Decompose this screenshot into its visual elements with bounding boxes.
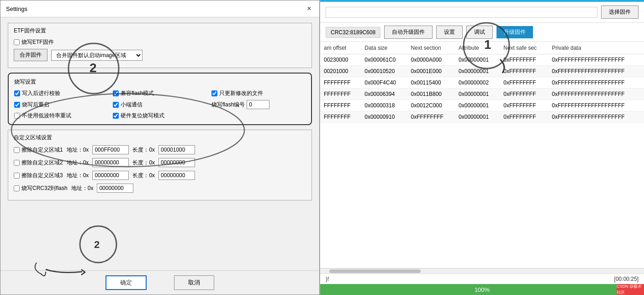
table-cell: 0xFFFFFFFFFFFFFFFFFFFF bbox=[548, 100, 644, 111]
flash-number-label: 烧写flash编号 bbox=[211, 101, 245, 109]
file-path-input[interactable]: esktop\xr_system.img bbox=[326, 7, 597, 18]
table-container: am offset Data size Next section Attribu… bbox=[320, 42, 644, 268]
burn-section-title: 烧写设置 bbox=[14, 78, 306, 86]
table-row: FFFFFFFF0x000063940x0011B8000x000000010x… bbox=[320, 89, 644, 100]
custom-section-title: 自定义区域设置 bbox=[14, 134, 306, 142]
table-cell: 0x00000001 bbox=[455, 66, 500, 77]
etf-section-title: ETF固件设置 bbox=[14, 27, 306, 35]
upgrade-button[interactable]: 升级固件 bbox=[496, 26, 533, 38]
little-endian-checkbox[interactable] bbox=[113, 102, 119, 108]
scrollbar-area[interactable] bbox=[320, 268, 644, 274]
crc-badge: CRC32:8189C608 bbox=[326, 27, 380, 38]
verify-checkbox-label[interactable]: 写入后进行校验 bbox=[14, 90, 108, 97]
table-cell: FFFFFFFF bbox=[320, 89, 361, 100]
len3-input[interactable] bbox=[158, 171, 195, 180]
table-cell: 0x00000001 bbox=[455, 100, 500, 111]
dialog-titlebar: Settings × bbox=[0, 0, 319, 17]
crc32-checkbox-label[interactable]: 烧写CRC32到flash bbox=[14, 184, 68, 192]
verify-checkbox[interactable] bbox=[14, 90, 20, 96]
table-header-row: am offset Data size Next section Attribu… bbox=[320, 42, 644, 54]
col-next-section: Next section bbox=[407, 42, 455, 54]
table-cell: 00201000 bbox=[320, 66, 361, 77]
reboot-checkbox[interactable] bbox=[14, 102, 20, 108]
table-cell: 00230000 bbox=[320, 54, 361, 66]
table-cell: 0xFFFFFFFFFFFFFFFFFFFF bbox=[548, 89, 644, 100]
reboot-checkbox-label[interactable]: 烧写后重启 bbox=[14, 100, 108, 109]
table-cell: 0x00000910 bbox=[361, 111, 407, 123]
table-cell: 0x0000A000 bbox=[407, 54, 455, 66]
update-modified-checkbox-label[interactable]: 只更新修改的文件 bbox=[211, 90, 306, 97]
addr3-input[interactable] bbox=[92, 171, 129, 180]
table-cell: 0x0001E000 bbox=[407, 66, 455, 77]
update-modified-checkbox[interactable] bbox=[211, 90, 217, 96]
hw-reset-checkbox[interactable] bbox=[113, 113, 119, 119]
burn-section: 烧写设置 写入后进行校验 兼容flash模式 只更新修改的文件 烧写后重启 bbox=[8, 73, 312, 125]
etf-section: ETF固件设置 烧写ETF固件 合并固件 合并固件默认启动image区域 bbox=[8, 23, 312, 68]
merge-default-select[interactable]: 合并固件默认启动image区域 bbox=[51, 50, 143, 61]
table-row: FFFFFFFF0x000009100xFFFFFFFF0x000000010x… bbox=[320, 111, 644, 123]
table-cell: 0x00000002 bbox=[455, 77, 500, 89]
settings-button[interactable]: 设置 bbox=[436, 26, 463, 39]
flash-number-row: 烧写flash编号 0 bbox=[211, 100, 306, 109]
no-retry-checkbox[interactable] bbox=[14, 113, 20, 119]
custom-section: 自定义区域设置 擦除自定义区域1 地址：0x 长度：0x 擦除自定义区域2 地址… bbox=[8, 130, 312, 200]
update-modified-label: 只更新修改的文件 bbox=[219, 90, 263, 97]
table-cell: 0x000F4C40 bbox=[361, 77, 407, 89]
col-am-offset: am offset bbox=[320, 42, 361, 54]
dialog-title: Settings bbox=[6, 5, 27, 12]
addr1-input[interactable] bbox=[92, 145, 129, 154]
etf-burn-row: 烧写ETF固件 bbox=[14, 38, 306, 46]
len2-input[interactable] bbox=[158, 158, 195, 167]
table-cell: 0xFFFFFFFF bbox=[500, 77, 548, 89]
table-cell: 0xFFFFFFFF bbox=[407, 111, 455, 123]
merge-firmware-button[interactable]: 合并固件 bbox=[14, 49, 48, 61]
cancel-button[interactable]: 取消 bbox=[174, 275, 214, 290]
scrollbar-thumb[interactable] bbox=[329, 269, 421, 273]
crc32-addr-label: 地址：0x bbox=[71, 184, 94, 192]
len2-label: 长度：0x bbox=[132, 159, 155, 167]
etf-merge-row: 合并固件 合并固件默认启动image区域 bbox=[14, 49, 306, 61]
erase-region1-checkbox[interactable] bbox=[14, 147, 20, 153]
len3-label: 长度：0x bbox=[132, 172, 155, 179]
crc32-row: 烧写CRC32到flash 地址：0x bbox=[14, 184, 306, 193]
select-firmware-button[interactable]: 选择固件 bbox=[601, 5, 639, 19]
compat-flash-checkbox-label[interactable]: 兼容flash模式 bbox=[113, 90, 207, 97]
erase-region1-label[interactable]: 擦除自定义区域1 bbox=[14, 146, 63, 154]
col-data-size: Data size bbox=[361, 42, 407, 54]
table-row: 002300000x000061C00x0000A0000x000000010x… bbox=[320, 54, 644, 66]
erase-region3-checkbox[interactable] bbox=[14, 173, 20, 179]
erase-region2-label[interactable]: 擦除自定义区域2 bbox=[14, 159, 63, 167]
hw-reset-checkbox-label[interactable]: 硬件复位烧写模式 bbox=[113, 112, 207, 120]
col-next-safe-sec: Next safe sec bbox=[500, 42, 548, 54]
no-retry-checkbox-label[interactable]: 不使用低波特率重试 bbox=[14, 112, 108, 120]
confirm-button[interactable]: 确定 bbox=[106, 275, 147, 290]
table-cell: 0xFFFFFFFFFFFFFFFFFFFF bbox=[548, 111, 644, 123]
main-application: esktop\xr_system.img 选择固件 CRC32:8189C608… bbox=[320, 0, 644, 295]
addr2-input[interactable] bbox=[92, 158, 129, 167]
table-cell: FFFFFFFF bbox=[320, 77, 361, 89]
table-cell: FFFFFFFF bbox=[320, 111, 361, 123]
len1-input[interactable] bbox=[158, 145, 195, 154]
auto-upgrade-button[interactable]: 自动升级固件 bbox=[384, 26, 433, 39]
table-cell: FFFFFFFF bbox=[320, 100, 361, 111]
table-cell: 0x00000318 bbox=[361, 100, 407, 111]
table-cell: 0x00000001 bbox=[455, 111, 500, 123]
burn-etf-checkbox-label[interactable]: 烧写ETF固件 bbox=[14, 38, 54, 46]
crc32-checkbox[interactable] bbox=[14, 185, 20, 191]
burn-etf-checkbox[interactable] bbox=[14, 39, 20, 45]
reboot-label: 烧写后重启 bbox=[22, 101, 49, 109]
crc32-label: 烧写CRC32到flash bbox=[21, 184, 68, 192]
compat-flash-checkbox[interactable] bbox=[113, 90, 119, 96]
close-button[interactable]: × bbox=[305, 4, 314, 13]
erase-region2-checkbox[interactable] bbox=[14, 160, 20, 166]
verify-label: 写入后进行校验 bbox=[22, 90, 60, 97]
hw-reset-label: 硬件复位烧写模式 bbox=[121, 112, 164, 120]
little-endian-checkbox-label[interactable]: 小端通信 bbox=[113, 100, 207, 109]
erase-region3-label[interactable]: 擦除自定义区域3 bbox=[14, 172, 63, 179]
burn-settings-grid: 写入后进行校验 兼容flash模式 只更新修改的文件 烧写后重启 小端通信 bbox=[14, 90, 306, 120]
time-badge: [00:00:25] bbox=[614, 276, 639, 282]
flash-number-input[interactable]: 0 bbox=[247, 100, 269, 109]
crc32-addr-input[interactable] bbox=[97, 184, 133, 193]
col-private-data: Private data bbox=[548, 42, 644, 54]
debug-button[interactable]: 调试 bbox=[466, 26, 493, 39]
